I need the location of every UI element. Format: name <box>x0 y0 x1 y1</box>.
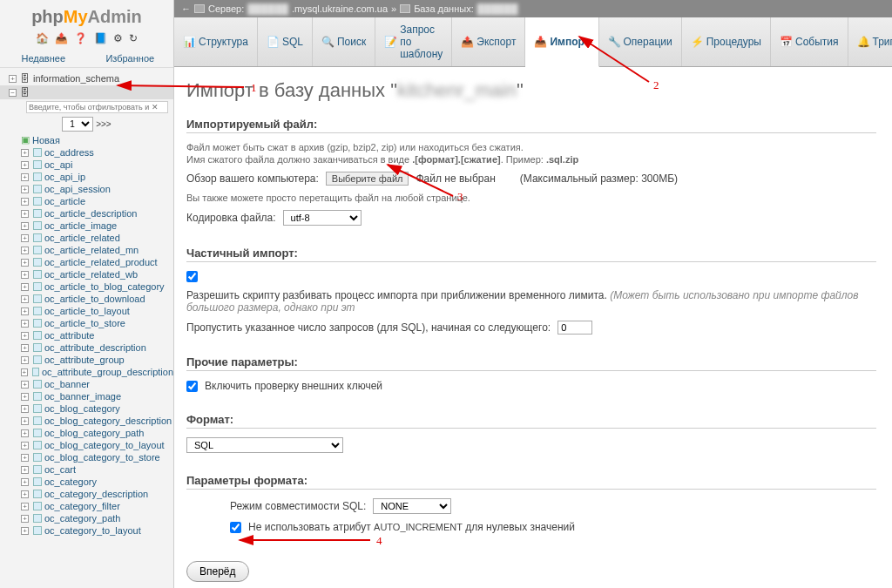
browse-label: Обзор вашего компьютера: <box>186 172 319 185</box>
tab-Импорт[interactable]: 📥Импорт <box>525 17 598 67</box>
skip-input[interactable] <box>558 321 592 335</box>
tab-icon: 📤 <box>461 36 473 48</box>
tab-icon: 🔔 <box>857 36 869 48</box>
db-current[interactable]: −🗄 <box>0 85 173 99</box>
table-item[interactable]: +oc_article_description <box>21 207 173 220</box>
tab-Процедуры[interactable]: ⚡Процедуры <box>682 17 771 66</box>
format-params-legend: Параметры формата: <box>186 474 876 490</box>
page-select[interactable]: 1 <box>62 117 93 132</box>
sidebar: phpMyAdmin 🏠 📤 ❓ 📘 ⚙ ↻ Недавнее Избранно… <box>0 0 174 588</box>
db-label: База данных: <box>414 3 474 14</box>
recent-tab[interactable]: Недавнее <box>0 50 87 67</box>
tab-icon: 📊 <box>183 36 195 48</box>
submit-button[interactable]: Вперёд <box>186 561 249 582</box>
table-item[interactable]: +oc_banner_image <box>21 390 173 402</box>
tab-icon: 📄 <box>267 36 279 48</box>
allow-interrupt-checkbox[interactable] <box>186 271 198 282</box>
import-file-legend: Импортируемый файл: <box>186 118 876 133</box>
table-item[interactable]: +oc_article <box>21 195 173 207</box>
home-icon[interactable]: 🏠 <box>36 32 49 44</box>
tab-icon: 📅 <box>780 36 792 48</box>
content: Импорт в базу данных "kitchenr_main" Имп… <box>174 67 892 588</box>
tab-icon: 🔧 <box>608 36 620 48</box>
table-item[interactable]: +oc_category_path <box>21 512 173 524</box>
choose-file-button[interactable]: Выберите файл <box>326 172 409 186</box>
tab-icon: 🔍 <box>321 36 334 48</box>
compat-select[interactable]: NONE <box>373 498 451 514</box>
db-tree: +🗄information_schema −🗄 1 >>> ▣Новая +oc… <box>0 68 173 588</box>
tab-SQL[interactable]: 📄SQL <box>258 17 313 66</box>
table-item[interactable]: +oc_article_to_layout <box>21 305 173 317</box>
table-item[interactable]: +oc_attribute_group_description <box>21 366 173 378</box>
settings-icon[interactable]: ⚙ <box>113 32 123 44</box>
table-item[interactable]: +oc_blog_category_description <box>21 415 173 427</box>
table-item[interactable]: +oc_article_related_product <box>21 256 173 268</box>
no-autoincrement-label: Не использовать атрибут AUTO_INCREMENT д… <box>248 521 575 533</box>
table-item[interactable]: +oc_article_image <box>21 220 173 232</box>
db-information-schema[interactable]: +🗄information_schema <box>0 71 173 85</box>
hint-filename: Имя сжатого файла должно заканчиваться в… <box>186 154 876 165</box>
tab-Запрос по шаблону[interactable]: 📝Запрос по шаблону <box>375 17 452 66</box>
server-label: Сервер: <box>208 3 244 14</box>
hint-compression: Файл может быть сжат в архив (gzip, bzip… <box>186 142 876 152</box>
table-item[interactable]: +oc_article_related_mn <box>21 244 173 256</box>
tab-Поиск[interactable]: 🔍Поиск <box>313 17 375 66</box>
tab-Экспорт[interactable]: 📤Экспорт <box>452 17 525 66</box>
table-item[interactable]: +oc_category_description <box>21 488 173 500</box>
docs-icon[interactable]: 📘 <box>94 32 107 44</box>
table-item[interactable]: +oc_api_session <box>21 183 173 195</box>
fk-check-label: Включить проверку внешних ключей <box>205 380 382 392</box>
tab-Структура[interactable]: 📊Структура <box>174 17 258 66</box>
charset-select[interactable]: utf-8 <box>283 210 362 226</box>
logout-icon[interactable]: 📤 <box>55 32 68 44</box>
reload-icon[interactable]: ↻ <box>129 32 138 44</box>
table-item[interactable]: +oc_blog_category_to_store <box>21 451 173 463</box>
logo[interactable]: phpMyAdmin <box>0 0 173 30</box>
sidebar-quick-icons: 🏠 📤 ❓ 📘 ⚙ ↻ <box>0 30 173 50</box>
no-file-text: Файл не выбран <box>416 172 495 185</box>
format-select[interactable]: SQL <box>186 437 343 453</box>
favorites-tab[interactable]: Избранное <box>87 50 174 67</box>
drag-hint: Вы также можете просто перетащить файл н… <box>186 193 876 203</box>
page-title: Импорт в базу данных "kitchenr_main" <box>186 79 876 102</box>
table-item[interactable]: +oc_article_related_wb <box>21 268 173 280</box>
server-name[interactable]: ██████ <box>247 3 288 14</box>
top-tabs: 📊Структура📄SQL🔍Поиск📝Запрос по шаблону📤Э… <box>174 17 892 67</box>
tab-Триггеры[interactable]: 🔔Триггеры <box>848 17 892 66</box>
table-item[interactable]: +oc_cart <box>21 463 173 476</box>
tab-Операции[interactable]: 🔧Операции <box>599 17 682 66</box>
max-size: (Максимальный размер: 300МБ) <box>520 172 678 185</box>
page-next[interactable]: >>> <box>96 119 112 129</box>
table-item[interactable]: +oc_blog_category_path <box>21 427 173 439</box>
other-legend: Прочие параметры: <box>186 355 876 371</box>
table-item[interactable]: +oc_article_related <box>21 232 173 244</box>
db-name[interactable]: ██████ <box>477 3 518 14</box>
new-table[interactable]: ▣Новая <box>21 133 173 146</box>
format-legend: Формат: <box>186 413 876 429</box>
table-item[interactable]: +oc_category_filter <box>21 500 173 512</box>
table-item[interactable]: +oc_attribute_description <box>21 341 173 354</box>
table-item[interactable]: +oc_address <box>21 146 173 159</box>
table-item[interactable]: +oc_api_ip <box>21 171 173 183</box>
breadcrumb: ← Сервер: ██████.mysql.ukraine.com.ua » … <box>174 0 892 17</box>
table-item[interactable]: +oc_category <box>21 476 173 488</box>
help-icon[interactable]: ❓ <box>74 32 87 44</box>
table-item[interactable]: +oc_attribute_group <box>21 354 173 366</box>
table-item[interactable]: +oc_article_to_store <box>21 317 173 329</box>
table-item[interactable]: +oc_banner <box>21 378 173 390</box>
db-icon <box>400 4 410 13</box>
table-item[interactable]: +oc_category_to_layout <box>21 524 173 537</box>
table-item[interactable]: +oc_article_to_download <box>21 293 173 305</box>
table-item[interactable]: +oc_api <box>21 159 173 171</box>
table-item[interactable]: +oc_blog_category <box>21 402 173 415</box>
no-autoincrement-checkbox[interactable] <box>230 522 241 533</box>
table-filter-input[interactable] <box>26 101 168 113</box>
tab-События[interactable]: 📅События <box>771 17 848 66</box>
tab-icon: ⚡ <box>691 36 703 48</box>
table-item[interactable]: +oc_blog_category_to_layout <box>21 439 173 451</box>
collapse-icon[interactable]: ← <box>181 3 191 14</box>
fk-check-checkbox[interactable] <box>186 381 198 392</box>
compat-label: Режим совместимости SQL: <box>230 500 366 512</box>
table-item[interactable]: +oc_attribute <box>21 329 173 341</box>
table-item[interactable]: +oc_article_to_blog_category <box>21 280 173 293</box>
